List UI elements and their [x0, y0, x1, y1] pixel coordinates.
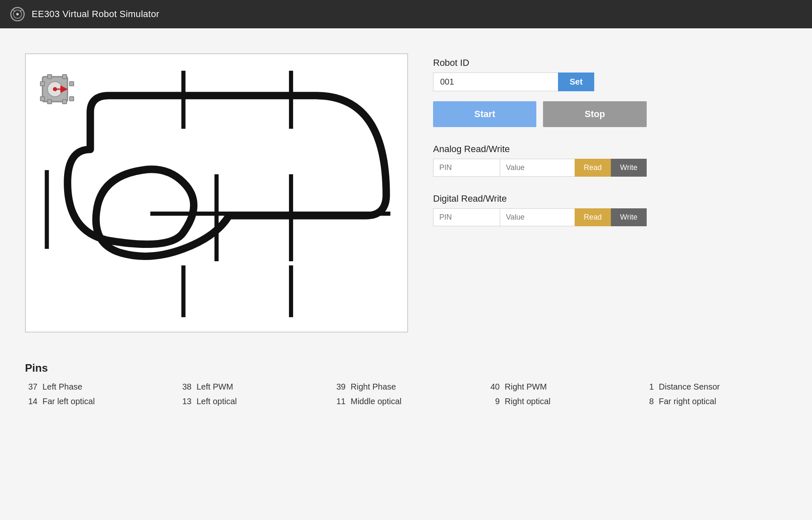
start-button[interactable]: Start	[433, 101, 536, 127]
pin-number: 9	[487, 397, 500, 406]
pin-entry: 39 Right Phase	[333, 382, 479, 392]
right-panel: Robot ID Set Start Stop Analog Read/Writ…	[433, 53, 647, 226]
svg-rect-8	[47, 100, 52, 104]
canvas-area	[25, 53, 408, 332]
svg-rect-6	[47, 75, 52, 79]
digital-label: Digital Read/Write	[433, 193, 647, 204]
pins-title: Pins	[25, 362, 787, 375]
pin-entry: 14 Far left optical	[25, 397, 171, 406]
analog-label: Analog Read/Write	[433, 144, 647, 155]
pin-number: 37	[25, 382, 37, 392]
analog-rw-row: Read Write	[433, 159, 647, 177]
pin-entry: 9 Right optical	[487, 397, 633, 406]
pin-name: Left optical	[197, 397, 237, 406]
pin-entry: 8 Far right optical	[641, 397, 787, 406]
pin-number: 11	[333, 397, 346, 406]
svg-rect-12	[70, 82, 74, 86]
digital-pin-input[interactable]	[433, 208, 500, 226]
track-svg	[26, 54, 407, 332]
robot-id-section: Robot ID Set	[433, 58, 647, 91]
pin-name: Middle optical	[351, 397, 401, 406]
pin-name: Right Phase	[351, 382, 396, 392]
pin-entry: 1 Distance Sensor	[641, 382, 787, 392]
pin-number: 8	[641, 397, 654, 406]
pin-name: Far left optical	[42, 397, 95, 406]
pin-name: Far right optical	[659, 397, 716, 406]
set-button[interactable]: Set	[558, 72, 594, 91]
pin-entry: 38 Left PWM	[179, 382, 325, 392]
pin-number: 13	[179, 397, 192, 406]
stop-button[interactable]: Stop	[543, 101, 646, 127]
pin-name: Left Phase	[42, 382, 82, 392]
main-content: Robot ID Set Start Stop Analog Read/Writ…	[0, 28, 812, 349]
pin-entry: 11 Middle optical	[333, 397, 479, 406]
analog-pin-input[interactable]	[433, 159, 500, 177]
app-title: EE303 Virtual Robot Simulator	[32, 9, 159, 20]
pin-name: Distance Sensor	[659, 382, 720, 392]
pin-entry: 13 Left optical	[179, 397, 325, 406]
pin-name: Right optical	[505, 397, 550, 406]
robot-id-row: Set	[433, 72, 647, 91]
analog-value-input[interactable]	[500, 159, 575, 177]
digital-section: Digital Read/Write Read Write	[433, 193, 647, 226]
digital-write-button[interactable]: Write	[611, 208, 647, 226]
robot-id-label: Robot ID	[433, 58, 647, 68]
robot-id-input[interactable]	[433, 72, 558, 91]
digital-value-input[interactable]	[500, 208, 575, 226]
pin-number: 40	[487, 382, 500, 392]
pins-grid: 37 Left Phase 38 Left PWM 39 Right Phase…	[25, 382, 787, 406]
svg-rect-10	[40, 82, 45, 86]
pin-entry: 40 Right PWM	[487, 382, 633, 392]
svg-point-2	[16, 13, 19, 15]
pin-name: Left PWM	[197, 382, 233, 392]
svg-rect-7	[62, 75, 67, 79]
app-icon	[10, 7, 25, 22]
titlebar: EE303 Virtual Robot Simulator	[0, 0, 812, 28]
digital-read-button[interactable]: Read	[575, 208, 611, 226]
svg-rect-9	[62, 100, 67, 104]
analog-write-button[interactable]: Write	[611, 159, 647, 177]
robot-icon	[38, 72, 76, 110]
pin-number: 39	[333, 382, 346, 392]
svg-rect-13	[70, 97, 74, 101]
svg-rect-11	[40, 97, 45, 101]
pins-section: Pins 37 Left Phase 38 Left PWM 39 Right …	[0, 349, 812, 431]
digital-rw-row: Read Write	[433, 208, 647, 226]
pin-number: 38	[179, 382, 192, 392]
analog-read-button[interactable]: Read	[575, 159, 611, 177]
pin-number: 1	[641, 382, 654, 392]
pin-number: 14	[25, 397, 37, 406]
start-stop-row: Start Stop	[433, 101, 647, 127]
pin-name: Right PWM	[505, 382, 547, 392]
analog-section: Analog Read/Write Read Write	[433, 144, 647, 177]
pin-entry: 37 Left Phase	[25, 382, 171, 392]
